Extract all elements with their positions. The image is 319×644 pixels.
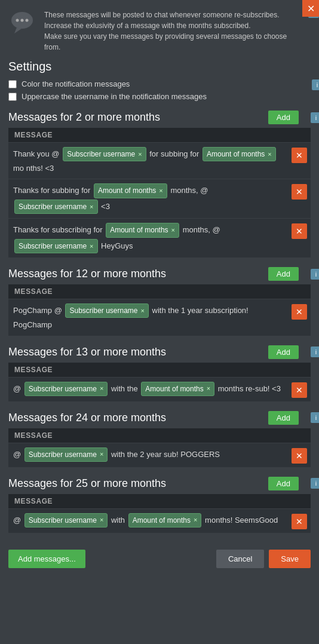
- message-table-4: MESSAGE@ Subscriber username× with Amoun…: [8, 494, 311, 533]
- tag-remove-icon[interactable]: ×: [207, 383, 210, 394]
- message-table-0: MESSAGEThank you @ Subscriber username× …: [8, 128, 311, 257]
- add-message-button-4[interactable]: Add: [268, 477, 299, 490]
- message-content: @ Subscriber username× with the Amount o…: [13, 381, 292, 397]
- message-content: @ Subscriber username× with the 2 year s…: [13, 447, 292, 462]
- group-title-2: Messages for 13 or more months: [8, 346, 166, 358]
- add-messages-button[interactable]: Add messages...: [8, 550, 85, 568]
- color-notification-label: Color the notification messages: [22, 79, 130, 88]
- group-header-4: Messages for 25 or more monthsAddi: [8, 477, 311, 490]
- group-info-button-4[interactable]: i: [311, 478, 319, 489]
- header-section: These messages will be posted to chat wh…: [0, 0, 319, 60]
- tag-remove-icon[interactable]: ×: [194, 514, 197, 526]
- message-tag: Subscriber username×: [65, 303, 149, 318]
- group-header-3: Messages for 24 or more monthsAddi: [8, 411, 311, 425]
- message-content: PogChamp @ Subscriber username× with the…: [13, 303, 292, 332]
- header-icon: [7, 7, 37, 37]
- groups-container: Messages for 2 or more monthsAddiMESSAGE…: [0, 111, 319, 542]
- table-column-header-3: MESSAGE: [8, 428, 311, 443]
- group-info-button-1[interactable]: i: [311, 269, 319, 280]
- group-header-0: Messages for 2 or more monthsAddi: [8, 111, 311, 124]
- delete-message-button[interactable]: ✕: [292, 148, 307, 163]
- message-group-4: Messages for 25 or more monthsAddiMESSAG…: [0, 477, 319, 542]
- group-title-1: Messages for 12 or more months: [8, 268, 166, 280]
- tag-remove-icon[interactable]: ×: [100, 449, 103, 460]
- bottom-bar: Add messages... Cancel Save: [0, 542, 319, 575]
- save-button[interactable]: Save: [269, 550, 311, 568]
- table-row: Thank you @ Subscriber username× for sub…: [8, 142, 311, 179]
- tag-remove-icon[interactable]: ×: [171, 225, 175, 236]
- tag-remove-icon[interactable]: ×: [90, 201, 93, 213]
- color-notification-checkbox[interactable]: [8, 80, 17, 88]
- svg-point-2: [16, 19, 19, 22]
- message-tag: Amount of months×: [94, 183, 167, 198]
- tag-remove-icon[interactable]: ×: [159, 185, 162, 197]
- color-notification-row: Color the notification messages i: [8, 79, 311, 88]
- message-table-3: MESSAGE@ Subscriber username× with the 2…: [8, 428, 311, 467]
- message-content: Thank you @ Subscriber username× for sub…: [13, 146, 292, 175]
- group-info-button-2[interactable]: i: [311, 346, 319, 357]
- table-row: PogChamp @ Subscriber username× with the…: [8, 299, 311, 335]
- delete-message-button[interactable]: ✕: [292, 184, 307, 200]
- message-tag: Subscriber username×: [14, 239, 98, 253]
- delete-message-button[interactable]: ✕: [292, 304, 307, 320]
- group-header-1: Messages for 12 or more monthsAddi: [8, 267, 311, 281]
- message-tag: Amount of months×: [128, 513, 202, 528]
- message-tag: Amount of months×: [141, 382, 214, 396]
- tag-remove-icon[interactable]: ×: [141, 305, 145, 317]
- group-title-0: Messages for 2 or more months: [8, 111, 160, 124]
- close-button[interactable]: ✕: [302, 0, 319, 17]
- group-info-button-3[interactable]: i: [311, 412, 319, 423]
- message-tag: Amount of months×: [106, 223, 179, 237]
- delete-message-button[interactable]: ✕: [292, 448, 307, 464]
- group-header-2: Messages for 13 or more monthsAddi: [8, 345, 311, 359]
- header-description: These messages will be posted to chat wh…: [44, 7, 301, 53]
- message-content: Thanks for subscribing for Amount of mon…: [13, 222, 292, 254]
- message-table-2: MESSAGE@ Subscriber username× with the A…: [8, 363, 311, 401]
- delete-message-button[interactable]: ✕: [292, 382, 307, 398]
- color-notification-info-button[interactable]: i: [312, 79, 319, 90]
- message-group-1: Messages for 12 or more monthsAddiMESSAG…: [0, 267, 319, 345]
- settings-section: Settings Color the notification messages…: [0, 60, 319, 111]
- uppercase-username-checkbox[interactable]: [8, 93, 17, 101]
- table-row: Thanks for subbing for Amount of months×…: [8, 179, 311, 218]
- add-message-button-0[interactable]: Add: [268, 111, 299, 124]
- group-title-4: Messages for 25 or more months: [8, 477, 166, 490]
- table-column-header-1: MESSAGE: [8, 284, 311, 299]
- tag-remove-icon[interactable]: ×: [90, 241, 93, 252]
- table-row: @ Subscriber username× with the 2 year s…: [8, 443, 311, 467]
- add-message-button-1[interactable]: Add: [268, 267, 299, 281]
- message-tag: Subscriber username×: [24, 513, 108, 528]
- message-content: @ Subscriber username× with Amount of mo…: [13, 513, 292, 528]
- message-tag: Subscriber username×: [24, 382, 108, 396]
- message-tag: Subscriber username×: [14, 200, 98, 214]
- table-row: @ Subscriber username× with Amount of mo…: [8, 508, 311, 533]
- add-message-button-2[interactable]: Add: [268, 345, 299, 359]
- message-group-3: Messages for 24 or more monthsAddiMESSAG…: [0, 411, 319, 477]
- message-group-0: Messages for 2 or more monthsAddiMESSAGE…: [0, 111, 319, 267]
- settings-title: Settings: [8, 60, 311, 73]
- tag-remove-icon[interactable]: ×: [100, 383, 103, 394]
- svg-point-4: [26, 19, 29, 22]
- uppercase-username-row: Uppercase the username in the notificati…: [8, 92, 311, 101]
- message-tag: Subscriber username×: [24, 447, 108, 462]
- cancel-button[interactable]: Cancel: [216, 550, 264, 568]
- svg-point-3: [21, 19, 24, 22]
- delete-message-button[interactable]: ✕: [292, 514, 307, 529]
- message-tag: Subscriber username×: [63, 147, 146, 161]
- message-group-2: Messages for 13 or more monthsAddiMESSAG…: [0, 345, 319, 411]
- message-table-1: MESSAGEPogChamp @ Subscriber username× w…: [8, 284, 311, 335]
- table-column-header-2: MESSAGE: [8, 363, 311, 377]
- table-column-header-4: MESSAGE: [8, 494, 311, 508]
- group-info-button-0[interactable]: i: [311, 112, 319, 123]
- bottom-right-buttons: Cancel Save: [216, 550, 311, 568]
- tag-remove-icon[interactable]: ×: [138, 149, 142, 160]
- table-row: @ Subscriber username× with the Amount o…: [8, 377, 311, 401]
- table-row: Thanks for subscribing for Amount of mon…: [8, 218, 311, 257]
- table-column-header-0: MESSAGE: [8, 128, 311, 142]
- tag-remove-icon[interactable]: ×: [100, 514, 103, 526]
- delete-message-button[interactable]: ✕: [292, 223, 307, 239]
- add-message-button-3[interactable]: Add: [268, 411, 299, 425]
- uppercase-username-label: Uppercase the username in the notificati…: [22, 92, 207, 101]
- tag-remove-icon[interactable]: ×: [268, 149, 271, 160]
- message-tag: Amount of months×: [203, 147, 276, 161]
